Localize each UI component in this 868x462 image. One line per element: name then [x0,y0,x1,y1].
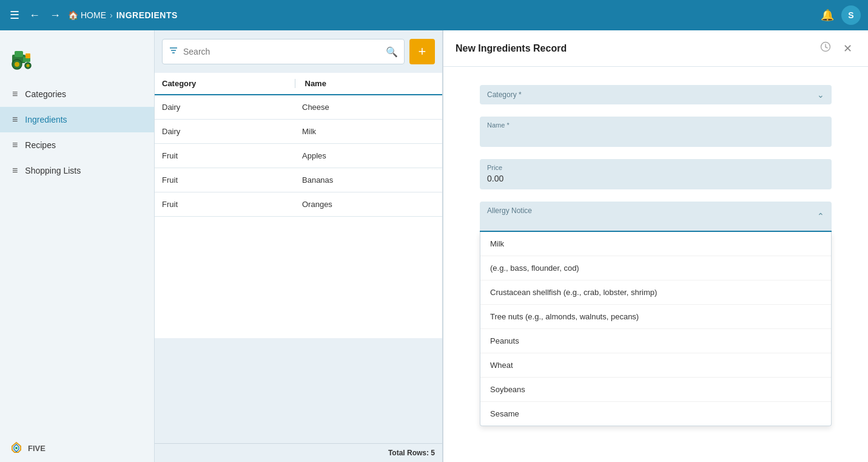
column-header-category: Category [162,79,292,88]
current-page-label: INGREDIENTS [116,10,178,20]
name-label: Name * [487,121,824,129]
categories-menu-icon: ≡ [12,89,18,100]
cell-name: Oranges [295,200,435,209]
content-area: 🔍 + Category Name Dairy Cheese Dairy Mil… [155,30,868,462]
form-title: New Ingredients Record [456,43,816,54]
cell-category: Fruit [162,151,295,160]
dropdown-item-tree-nuts[interactable]: Tree nuts (e.g., almonds, walnuts, pecan… [480,305,831,329]
dropdown-item-crustacean[interactable]: Crustacean shellfish (e.g., crab, lobste… [480,280,831,305]
cell-category: Fruit [162,200,295,209]
form-header: New Ingredients Record ✕ [443,30,868,67]
topbar-right: 🔔 S [821,5,861,25]
ingredients-menu-icon: ≡ [12,114,18,125]
sidebar-item-shopping-lists[interactable]: ≡ Shopping Lists [0,158,154,183]
notification-bell-icon[interactable]: 🔔 [821,8,834,22]
clock-button[interactable] [816,40,835,56]
price-container: Price [480,159,832,189]
cell-name: Apples [295,151,435,160]
search-input[interactable] [183,47,381,56]
recipes-menu-icon: ≡ [12,140,18,151]
cell-category: Fruit [162,175,295,185]
home-link[interactable]: 🏠 HOME [68,10,106,20]
svg-point-10 [15,447,18,449]
price-field: Price [480,159,832,189]
svg-point-3 [15,62,19,67]
price-label: Price [487,164,824,171]
back-button[interactable]: ← [27,7,42,24]
five-logo-icon [10,441,23,455]
cell-name: Cheese [295,103,435,112]
dropdown-item-milk[interactable]: Milk [480,232,831,256]
form-panel: New Ingredients Record ✕ [443,30,868,462]
table-empty-area [155,217,442,338]
allergy-chevron-up-icon: ⌃ [817,211,824,221]
table-row[interactable]: Dairy Cheese [155,95,442,120]
dropdown-item-soybeans[interactable]: Soybeans [480,378,831,402]
data-table: Category Name Dairy Cheese Dairy Milk Fr… [155,73,442,443]
user-avatar[interactable]: S [841,5,861,25]
dropdown-item-wheat[interactable]: Wheat [480,353,831,378]
topbar: ☰ ← → 🏠 HOME › INGREDIENTS 🔔 S [0,0,868,30]
shopping-lists-menu-icon: ≡ [12,165,18,176]
dropdown-item-peanuts[interactable]: Peanuts [480,329,831,353]
sidebar-footer: FIVE [0,434,154,462]
table-row[interactable]: Fruit Apples [155,144,442,168]
category-select[interactable]: Category * ⌄ [480,85,832,104]
home-icon: 🏠 [68,10,78,20]
sidebar-item-recipes[interactable]: ≡ Recipes [0,132,154,158]
logo-icon [10,42,39,72]
ingredients-label: Ingredients [25,115,67,124]
name-input[interactable] [487,130,824,142]
column-header-name: Name [298,79,436,88]
allergy-field: Allergy Notice ⌃ Milk (e.g., bass, floun… [480,202,832,426]
name-field: Name * [480,117,832,147]
categories-label: Categories [25,89,66,99]
allergy-dropdown-list: Milk (e.g., bass, flounder, cod) Crustac… [480,232,832,426]
search-box[interactable]: 🔍 [162,39,405,64]
cell-name: Bananas [295,175,435,185]
table-row[interactable]: Fruit Bananas [155,168,442,192]
forward-button[interactable]: → [47,7,63,24]
breadcrumb: 🏠 HOME › INGREDIENTS [68,10,178,20]
app-logo [0,38,154,81]
cell-name: Milk [295,127,435,136]
breadcrumb-separator: › [110,10,113,20]
category-chevron-down-icon: ⌄ [817,90,824,100]
main-layout: ≡ Categories ≡ Ingredients ≡ Recipes ≡ S… [0,30,868,462]
column-divider [295,79,295,88]
table-row[interactable]: Fruit Oranges [155,192,442,217]
close-button[interactable]: ✕ [839,40,856,56]
list-panel: 🔍 + Category Name Dairy Cheese Dairy Mil… [155,30,443,462]
allergy-input[interactable] [487,216,817,225]
table-footer: Total Rows: 5 [155,443,442,462]
shopping-lists-label: Shopping Lists [25,166,81,175]
sidebar: ≡ Categories ≡ Ingredients ≡ Recipes ≡ S… [0,30,155,462]
filter-icon [169,46,178,58]
clock-icon [820,41,831,52]
dropdown-item-sesame[interactable]: Sesame [480,402,831,426]
table-row[interactable]: Dairy Milk [155,120,442,144]
table-header: Category Name [155,73,442,95]
category-field: Category * ⌄ [480,85,832,104]
price-input[interactable] [487,172,824,185]
form-body: Category * ⌄ Name * Price [443,67,868,457]
sidebar-item-categories[interactable]: ≡ Categories [0,81,154,107]
search-magnify-icon: 🔍 [386,46,398,58]
dropdown-item-fish[interactable]: (e.g., bass, flounder, cod) [480,256,831,280]
svg-point-5 [27,64,30,67]
category-label: Category * [487,90,817,99]
sidebar-item-ingredients[interactable]: ≡ Ingredients [0,107,154,132]
svg-rect-7 [25,53,30,58]
recipes-label: Recipes [25,140,56,150]
five-logo-text: FIVE [28,444,45,453]
name-container: Name * [480,117,832,147]
cell-category: Dairy [162,103,295,112]
add-record-button[interactable]: + [409,39,435,64]
svg-rect-1 [15,51,23,57]
menu-icon[interactable]: ☰ [7,6,22,24]
allergy-dropdown-trigger[interactable]: Allergy Notice ⌃ [480,202,832,232]
allergy-label: Allergy Notice [487,206,817,215]
list-toolbar: 🔍 + [155,30,442,73]
svg-line-16 [826,47,827,49]
total-rows-label: Total Rows: 5 [388,449,435,457]
